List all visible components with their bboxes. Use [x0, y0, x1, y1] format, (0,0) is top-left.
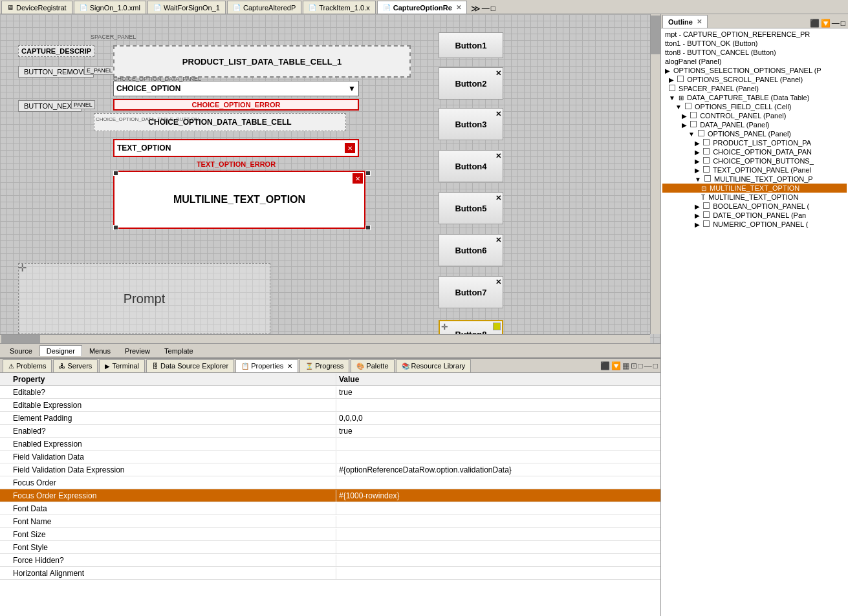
outline-item-9-checkbox[interactable] — [690, 112, 697, 118]
button-remove-comp[interactable]: BUTTON_REMOVE — [18, 66, 94, 78]
panel-tab-problems[interactable]: ⚠ Problems — [3, 359, 52, 372]
outline-item-14[interactable]: ▶ CHOICE_OPTION_BUTTONS_ — [662, 156, 847, 165]
tab-device[interactable]: 🖥 DeviceRegistrat — [1, 1, 72, 14]
outline-maximize-icon[interactable]: □ — [841, 19, 845, 28]
multiline-close-icon[interactable]: ✕ — [353, 173, 363, 184]
prop-row-font-style[interactable]: Font Style — [0, 541, 660, 554]
outline-item-5-expand[interactable]: ▶ — [669, 76, 674, 83]
outline-item-8-checkbox[interactable] — [685, 103, 691, 109]
prop-row-focus-order[interactable]: Focus Order — [0, 476, 660, 489]
outline-close-icon[interactable]: ✕ — [697, 18, 702, 25]
designer-canvas[interactable]: SPACER_PANEL CAPTURE_DESCRIP BUTTON_REMO… — [0, 14, 660, 343]
maximize-icon[interactable]: □ — [491, 4, 495, 13]
outline-item-21[interactable]: ▶ NUMERIC_OPTION_PANEL ( — [662, 220, 847, 229]
outline-item-6[interactable]: SPACER_PANEL (Panel) — [662, 84, 847, 93]
panel-toolbar-icon4[interactable]: ⊡ — [631, 361, 637, 370]
outline-item-11-checkbox[interactable] — [698, 130, 704, 136]
button3-comp[interactable]: ✕ Button3 — [439, 108, 503, 140]
outline-item-10-expand[interactable]: ▶ — [682, 122, 687, 129]
outline-item-12[interactable]: ▶ PRODUCT_LIST_OPTION_PA — [662, 138, 847, 147]
panel-maximize-icon[interactable]: □ — [653, 361, 658, 370]
outline-item-1[interactable]: tton1 - BUTTON_OK (Button) — [662, 39, 847, 48]
panel-minimize-icon[interactable]: — — [644, 361, 652, 370]
e-panel-comp[interactable]: E_PANEL — [84, 66, 115, 75]
outline-item-13-expand[interactable]: ▶ — [695, 149, 700, 156]
button8-drag-icon[interactable]: ✛ — [441, 323, 448, 332]
text-option-close[interactable]: ✕ — [345, 143, 355, 153]
button2-comp[interactable]: ✕ Button2 — [439, 67, 503, 100]
button6-close-icon[interactable]: ✕ — [495, 236, 501, 244]
tab-menus[interactable]: Menus — [82, 345, 118, 357]
button6-comp[interactable]: ✕ Button6 — [439, 234, 503, 266]
tab-signon[interactable]: 📄 SignOn_1.0.xml — [74, 1, 146, 14]
canvas-vscrollbar[interactable] — [650, 14, 660, 334]
outline-item-16-expand[interactable]: ▼ — [695, 176, 701, 183]
resize-handle-top-right[interactable] — [365, 171, 371, 176]
prop-row-horiz-align[interactable]: Horizontal Alignment — [0, 567, 660, 580]
panel-tab-properties[interactable]: 📋 Properties ✕ — [235, 359, 298, 372]
button7-comp[interactable]: ✕ Button7 — [439, 276, 503, 308]
outline-toolbar-icon2[interactable]: 🔽 — [821, 19, 831, 28]
prop-row-font-data[interactable]: Font Data — [0, 502, 660, 515]
tab-overflow-icon[interactable]: ≫ — [471, 3, 481, 14]
multiline-text-comp[interactable]: ✕ MULTILINE_TEXT_OPTION — [113, 171, 365, 229]
panel-tab-servers[interactable]: 🖧 Servers — [53, 359, 98, 372]
outline-item-15-checkbox[interactable] — [703, 166, 710, 173]
outline-item-19[interactable]: ▶ BOOLEAN_OPTION_PANEL ( — [662, 202, 847, 211]
panel-toolbar-icon1[interactable]: ⬛ — [600, 361, 610, 370]
outline-item-3[interactable]: alogPanel (Panel) — [662, 57, 847, 66]
outline-item-12-expand[interactable]: ▶ — [695, 140, 700, 147]
minimize-icon[interactable]: — — [482, 4, 490, 13]
outline-toolbar-icon1[interactable]: ⬛ — [810, 19, 820, 28]
outline-item-7[interactable]: ▼ ⊞ DATA_CAPTURE_TABLE (Data Table) — [662, 93, 847, 102]
prop-row-field-validation-expr[interactable]: Field Validation Data Expression #{optio… — [0, 463, 660, 476]
tab-designer[interactable]: Designer — [39, 345, 82, 356]
button4-comp[interactable]: ✕ Button4 — [439, 150, 503, 182]
outline-item-4[interactable]: ▶ OPTIONS_SELECTION_OPTIONS_PANEL (P — [662, 66, 847, 75]
resize-handle-bottom-left[interactable] — [113, 225, 118, 230]
prop-row-enabled-expr[interactable]: Enabled Expression — [0, 438, 660, 451]
panel-toolbar-icon3[interactable]: ▦ — [622, 361, 629, 370]
outline-item-17[interactable]: ⊡ MULTILINE_TEXT_OPTION — [662, 184, 847, 193]
panel-tab-terminal[interactable]: ▶ Terminal — [99, 359, 145, 372]
tab-trackitem[interactable]: 📄 TrackItem_1.0.x — [303, 1, 375, 14]
prop-row-font-size[interactable]: Font Size — [0, 528, 660, 541]
outline-item-16[interactable]: ▼ MULTILINE_TEXT_OPTION_P — [662, 175, 847, 184]
outline-item-8-expand[interactable]: ▼ — [675, 103, 682, 111]
outline-item-8[interactable]: ▼ OPTIONS_FIELD_CELL (Cell) — [662, 102, 847, 111]
tab-waitforsignon[interactable]: 📄 WaitForSignOn_1 — [147, 1, 226, 14]
panel-tab-palette[interactable]: 🎨 Palette — [351, 359, 394, 372]
outline-item-10-checkbox[interactable] — [690, 121, 697, 127]
button1-comp[interactable]: Button1 — [439, 32, 503, 58]
outline-item-6-checkbox[interactable] — [669, 85, 675, 91]
hscroll-thumb[interactable] — [1, 335, 40, 343]
panel-tab-datasource[interactable]: 🗄 Data Source Explorer — [146, 359, 234, 372]
outline-item-11[interactable]: ▼ OPTIONS_PANEL (Panel) — [662, 129, 847, 138]
outline-item-5[interactable]: ▶ OPTIONS_SCROLL_PANEL (Panel) — [662, 75, 847, 84]
vscroll-thumb[interactable] — [651, 16, 660, 54]
tab-captureoption[interactable]: 📄 CaptureOptionRe ✕ — [377, 1, 467, 14]
product-list-comp[interactable]: PRODUCT_LIST_DATA_TABLE_CELL_1 — [113, 45, 411, 78]
outline-item-13[interactable]: ▶ CHOICE_OPTION_DATA_PAN — [662, 147, 847, 156]
outline-item-20-expand[interactable]: ▶ — [695, 212, 700, 219]
button4-close-icon[interactable]: ✕ — [495, 152, 501, 160]
outline-item-2[interactable]: tton8 - BUTTON_CANCEL (Button) — [662, 48, 847, 57]
outline-item-14-expand[interactable]: ▶ — [695, 158, 700, 165]
outline-item-16-checkbox[interactable] — [704, 175, 711, 182]
outline-item-15-expand[interactable]: ▶ — [695, 167, 700, 174]
panel-tab-resource-library[interactable]: 📚 Resource Library — [396, 359, 472, 372]
button5-close-icon[interactable]: ✕ — [495, 194, 501, 202]
outline-minimize-icon[interactable]: — — [832, 19, 840, 28]
tab-preview[interactable]: Preview — [118, 345, 157, 357]
outline-item-14-checkbox[interactable] — [703, 157, 710, 164]
prop-row-element-padding[interactable]: Element Padding 0,0,0,0 — [0, 412, 660, 425]
outline-item-20[interactable]: ▶ DATE_OPTION_PANEL (Pan — [662, 211, 847, 220]
outline-item-0[interactable]: mpt - CAPTURE_OPTION_REFERENCE_PR — [662, 30, 847, 39]
prop-row-enabled[interactable]: Enabled? true — [0, 425, 660, 438]
outline-item-12-checkbox[interactable] — [703, 139, 710, 145]
tab-source[interactable]: Source — [3, 345, 39, 357]
panel-toolbar-icon5[interactable]: □ — [638, 361, 643, 370]
panel-tab-progress[interactable]: ⏳ Progress — [299, 359, 349, 372]
outline-item-20-checkbox[interactable] — [703, 211, 710, 218]
outline-item-21-expand[interactable]: ▶ — [695, 221, 700, 228]
